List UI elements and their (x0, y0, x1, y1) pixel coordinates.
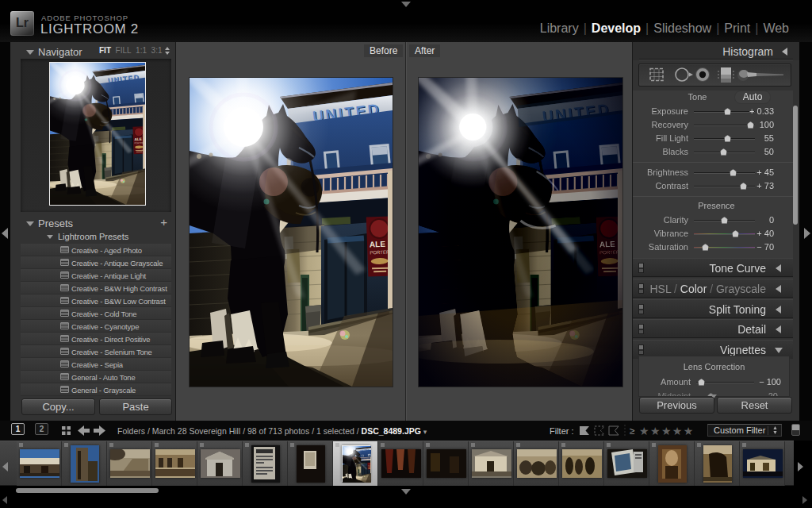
svg-text:≥: ≥ (630, 425, 635, 437)
svg-text:★★★★★: ★★★★★ (639, 425, 695, 437)
